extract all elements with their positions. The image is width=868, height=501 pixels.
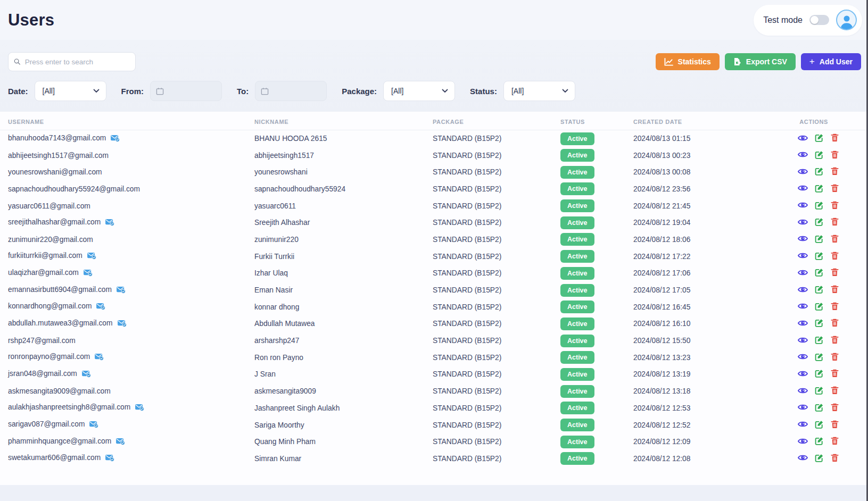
edit-user-icon[interactable] [815, 388, 824, 396]
users-table-section: USERNAME NICKNAME PACKAGE STATUS CREATED… [0, 112, 868, 485]
verified-mail-icon [89, 422, 98, 430]
view-user-icon[interactable] [798, 136, 808, 144]
package-filter-select[interactable]: [All] [383, 81, 455, 101]
view-user-icon[interactable] [798, 338, 808, 346]
view-user-icon[interactable] [798, 405, 808, 413]
delete-user-icon[interactable] [831, 388, 839, 396]
package-cell: STANDARD (B15P2) [433, 366, 560, 383]
username-cell: ulaqizhar@gmail.com [0, 265, 254, 282]
col-header-username: USERNAME [0, 112, 254, 130]
created-date-cell: 2024/08/12 18:06 [633, 231, 793, 248]
actions-cell [793, 248, 868, 265]
date-filter-select[interactable]: [All] [35, 81, 106, 101]
package-cell: STANDARD (B15P2) [433, 197, 560, 214]
delete-user-icon[interactable] [831, 371, 839, 379]
delete-user-icon[interactable] [831, 220, 839, 228]
edit-user-icon[interactable] [815, 136, 824, 144]
edit-user-icon[interactable] [815, 422, 824, 430]
status-filter-select[interactable]: [All] [503, 81, 575, 101]
view-user-icon[interactable] [798, 203, 808, 211]
to-date-input[interactable] [255, 81, 327, 101]
edit-user-icon[interactable] [815, 371, 824, 379]
delete-user-icon[interactable] [831, 186, 839, 194]
edit-user-icon[interactable] [815, 304, 824, 312]
table-row: zunimunir220@gmail.com zunimunir220 STAN… [0, 231, 868, 248]
view-user-icon[interactable] [798, 455, 808, 463]
table-row: yasuarc0611@gmail.com yasuarc0611 STANDA… [0, 197, 868, 214]
edit-user-icon[interactable] [815, 405, 824, 413]
edit-user-icon[interactable] [815, 321, 824, 329]
username-text: jsran048@gmail.com [8, 370, 77, 378]
delete-user-icon[interactable] [831, 338, 839, 346]
package-cell: STANDARD (B15P2) [433, 265, 560, 282]
delete-user-icon[interactable] [831, 304, 839, 312]
delete-user-icon[interactable] [831, 422, 839, 430]
edit-user-icon[interactable] [815, 338, 824, 346]
view-user-icon[interactable] [798, 220, 808, 228]
package-cell: STANDARD (B15P2) [433, 400, 560, 417]
delete-user-icon[interactable] [831, 270, 839, 278]
edit-user-icon[interactable] [815, 153, 824, 161]
verified-mail-icon [96, 304, 105, 312]
edit-user-icon[interactable] [815, 355, 824, 363]
view-user-icon[interactable] [798, 186, 808, 194]
view-user-icon[interactable] [798, 152, 808, 160]
edit-user-icon[interactable] [815, 203, 824, 211]
delete-user-icon[interactable] [831, 254, 839, 262]
edit-user-icon[interactable] [815, 254, 824, 262]
edit-user-icon[interactable] [815, 287, 824, 295]
edit-user-icon[interactable] [815, 456, 824, 464]
avatar[interactable] [836, 10, 857, 30]
edit-user-icon[interactable] [815, 220, 824, 228]
delete-user-icon[interactable] [831, 405, 839, 413]
view-user-icon[interactable] [798, 321, 808, 329]
edit-user-icon[interactable] [815, 186, 824, 194]
nickname-cell: sapnachoudhoudhary55924 [254, 181, 433, 198]
created-date-cell: 2024/08/12 12:53 [633, 400, 793, 417]
delete-user-icon[interactable] [831, 439, 839, 447]
view-user-icon[interactable] [798, 253, 808, 261]
view-user-icon[interactable] [798, 287, 808, 295]
view-user-icon[interactable] [798, 439, 808, 447]
delete-user-icon[interactable] [831, 355, 839, 363]
view-user-icon[interactable] [798, 270, 808, 278]
view-user-icon[interactable] [798, 169, 808, 177]
delete-user-icon[interactable] [831, 203, 839, 211]
view-user-icon[interactable] [798, 354, 808, 362]
test-mode-toggle[interactable] [809, 15, 829, 25]
delete-user-icon[interactable] [831, 321, 839, 329]
view-user-icon[interactable] [798, 422, 808, 430]
statistics-button[interactable]: Statistics [656, 53, 720, 70]
view-user-icon[interactable] [798, 371, 808, 379]
table-row: rshp247@gmail.com arsharshp247 STANDARD … [0, 332, 868, 349]
nickname-cell: Ron ron Payno [254, 349, 433, 366]
edit-user-icon[interactable] [815, 270, 824, 278]
delete-user-icon[interactable] [831, 237, 839, 245]
edit-user-icon[interactable] [815, 169, 824, 177]
created-date-cell: 2024/08/12 15:50 [633, 332, 793, 349]
delete-user-icon[interactable] [831, 287, 839, 295]
delete-user-icon[interactable] [831, 153, 839, 161]
view-user-icon[interactable] [798, 304, 808, 312]
export-csv-button[interactable]: Export CSV [725, 53, 796, 70]
edit-user-icon[interactable] [815, 439, 824, 447]
package-cell: STANDARD (B15P2) [433, 248, 560, 265]
view-user-icon[interactable] [798, 236, 808, 244]
username-cell: sapnachoudhoudhary55924@gmail.com [0, 181, 254, 198]
delete-user-icon[interactable] [831, 136, 839, 144]
col-header-created-date: CREATED DATE [633, 112, 793, 130]
username-text: ronronpayno@gmail.com [8, 353, 90, 361]
search-input[interactable] [25, 58, 130, 66]
add-user-button[interactable]: + Add User [801, 53, 861, 70]
status-cell: Active [560, 197, 633, 214]
from-date-input[interactable] [150, 81, 222, 101]
delete-user-icon[interactable] [831, 456, 839, 464]
status-cell: Active [560, 265, 633, 282]
status-badge: Active [560, 233, 594, 246]
actions-cell [793, 332, 868, 349]
edit-user-icon[interactable] [815, 237, 824, 245]
add-user-label: Add User [820, 57, 853, 66]
view-user-icon[interactable] [798, 388, 808, 396]
search-box[interactable] [8, 52, 136, 71]
delete-user-icon[interactable] [831, 169, 839, 177]
